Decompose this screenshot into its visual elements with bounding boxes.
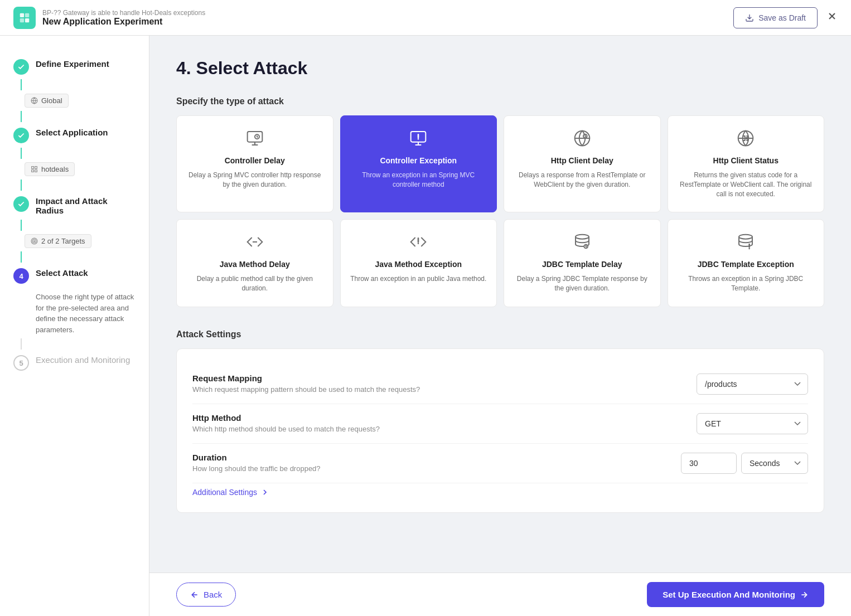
controller-exception-icon: [409, 129, 427, 151]
http-client-delay-title: Http Client Delay: [551, 156, 613, 165]
attack-card-jdbc-delay[interactable]: JDBC Template Delay Delay a Spring JDBC …: [504, 219, 661, 307]
sidebar-item-select-app: Select Application: [0, 122, 149, 148]
connector-1: [21, 79, 22, 90]
svg-rect-9: [35, 167, 37, 169]
duration-hint: How long should the traffic be dropped?: [192, 464, 321, 473]
step-2-indicator: [13, 128, 29, 143]
svg-rect-3: [25, 18, 29, 22]
java-method-delay-desc: Delay a public method call by the given …: [186, 274, 324, 293]
http-client-status-icon: [737, 129, 755, 151]
connector-4: [21, 338, 22, 350]
request-mapping-hint: Which request mapping pattern should be …: [192, 385, 420, 394]
check-icon: [17, 63, 25, 71]
duration-label-area: Duration How long should the traffic be …: [192, 453, 321, 473]
step-3-indicator: [13, 196, 29, 212]
sidebar-item-define: Define Experiment: [0, 54, 149, 79]
close-icon: [826, 11, 838, 22]
request-mapping-select[interactable]: /products /orders /users /cart: [697, 374, 808, 395]
controller-delay-icon: [246, 129, 264, 151]
svg-point-28: [576, 235, 589, 239]
jdbc-delay-icon: [573, 233, 591, 254]
arrow-right-icon: [800, 590, 809, 599]
settings-card: Request Mapping Which request mapping pa…: [176, 348, 824, 513]
svg-point-13: [32, 239, 36, 243]
attack-card-controller-exception[interactable]: Controller Exception Throw an exception …: [340, 115, 497, 212]
java-method-exception-title: Java Method Exception: [375, 260, 462, 269]
svg-rect-10: [32, 170, 34, 172]
http-method-label: Http Method: [192, 413, 380, 423]
global-tag: Global: [25, 94, 69, 108]
step-3-label: Impact and Attack Radius: [36, 195, 136, 215]
back-button[interactable]: Back: [176, 583, 236, 607]
svg-rect-8: [32, 167, 34, 169]
connector-2b: [21, 180, 22, 191]
svg-point-14: [33, 240, 35, 241]
step-2-label: Select Application: [36, 127, 108, 137]
step-4-label: Select Attack: [36, 267, 88, 278]
attack-card-http-client-delay[interactable]: Http Client Delay Delays a response from…: [504, 115, 661, 212]
hotdeals-tag: hotdeals: [25, 162, 75, 176]
http-method-control: GET POST PUT DELETE PATCH: [652, 413, 808, 434]
svg-point-30: [739, 235, 752, 239]
sidebar-item-execution: 5 Execution and Monitoring: [0, 350, 149, 375]
globe-icon: [31, 97, 38, 104]
connector-2: [21, 148, 22, 159]
header: BP-?? Gateway is able to handle Hot-Deal…: [0, 0, 851, 36]
app-logo: [13, 7, 36, 29]
sidebar-sub-global: Global: [0, 90, 149, 111]
footer: Back Set Up Execution And Monitoring: [149, 573, 851, 616]
close-button[interactable]: [826, 11, 838, 25]
grid-icon: [31, 166, 38, 173]
svg-rect-1: [25, 13, 29, 17]
svg-rect-11: [35, 170, 37, 172]
request-mapping-control: /products /orders /users /cart: [652, 374, 808, 395]
header-title: New Application Experiment: [42, 17, 205, 27]
check-icon-3: [17, 200, 25, 208]
duration-number-input[interactable]: [681, 453, 737, 474]
attack-card-java-method-exception[interactable]: Java Method Exception Throw an exception…: [340, 219, 497, 307]
java-method-exception-desc: Throw an exception in an public Java met…: [350, 274, 486, 284]
header-title-area: BP-?? Gateway is able to handle Hot-Deal…: [42, 9, 205, 27]
jdbc-delay-title: JDBC Template Delay: [542, 260, 622, 269]
java-method-delay-title: Java Method Delay: [220, 260, 290, 269]
duration-unit-select[interactable]: Seconds Minutes Hours: [741, 453, 808, 474]
main-layout: Define Experiment Global Select Applicat…: [0, 36, 851, 616]
jdbc-exception-desc: Throws an exception in a Spring JDBC Tem…: [677, 274, 815, 293]
additional-settings-link[interactable]: Additional Settings: [192, 483, 808, 497]
targets-tag: 2 of 2 Targets: [25, 234, 91, 248]
duration-label: Duration: [192, 453, 321, 462]
duration-control: Seconds Minutes Hours: [652, 453, 808, 474]
jdbc-exception-title: JDBC Template Exception: [698, 260, 794, 269]
connector-3: [21, 220, 22, 231]
request-mapping-label: Request Mapping: [192, 374, 420, 383]
next-button[interactable]: Set Up Execution And Monitoring: [647, 582, 824, 607]
java-method-delay-icon: [246, 233, 264, 254]
header-left: BP-?? Gateway is able to handle Hot-Deal…: [13, 7, 205, 29]
http-method-select[interactable]: GET POST PUT DELETE PATCH: [697, 413, 808, 434]
step-5-label: Execution and Monitoring: [36, 354, 130, 365]
http-client-delay-desc: Delays a response from a RestTemplate or…: [513, 171, 651, 190]
header-subtitle: BP-?? Gateway is able to handle Hot-Deal…: [42, 9, 205, 17]
main-content: 4. Select Attack Specify the type of att…: [149, 36, 851, 616]
arrow-left-icon: [190, 590, 199, 599]
attack-card-jdbc-exception[interactable]: JDBC Template Exception Throws an except…: [668, 219, 825, 307]
step-1-indicator: [13, 59, 29, 75]
step-4-description: Choose the right type of attack for the …: [0, 288, 149, 338]
attack-card-http-client-status[interactable]: Http Client Status Returns the given sta…: [668, 115, 825, 212]
http-client-status-title: Http Client Status: [713, 156, 779, 165]
step-1-label: Define Experiment: [36, 58, 109, 69]
http-client-status-desc: Returns the given status code for a Rest…: [677, 171, 815, 198]
step-4-indicator: 4: [13, 268, 29, 284]
duration-input-group: Seconds Minutes Hours: [681, 453, 808, 474]
attack-card-controller-delay[interactable]: Controller Delay Delay a Spring MVC cont…: [176, 115, 333, 212]
attack-card-java-method-delay[interactable]: Java Method Delay Delay a public method …: [176, 219, 333, 307]
page-title: 4. Select Attack: [176, 58, 824, 79]
check-icon-2: [17, 132, 25, 139]
http-method-label-area: Http Method Which http method should be …: [192, 413, 380, 433]
controller-exception-title: Controller Exception: [380, 156, 457, 165]
target-icon: [31, 237, 38, 245]
controller-exception-desc: Throw an exception in an Spring MVC cont…: [350, 171, 488, 190]
jdbc-delay-desc: Delay a Spring JDBC Template response by…: [513, 274, 651, 293]
save-draft-button[interactable]: Save as Draft: [733, 7, 818, 28]
sidebar: Define Experiment Global Select Applicat…: [0, 36, 149, 616]
